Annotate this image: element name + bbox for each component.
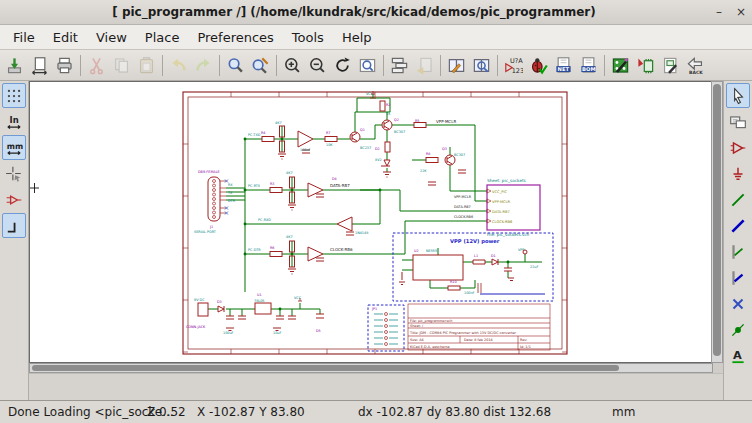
scrollbar-corner bbox=[713, 363, 723, 373]
window-title: [ pic_programmer /] (/home/lkundrak/src/… bbox=[0, 5, 708, 19]
units-mm-button[interactable]: mm bbox=[2, 135, 26, 160]
print-button[interactable] bbox=[52, 52, 77, 78]
svg-text:DB9-FEMALE: DB9-FEMALE bbox=[198, 170, 220, 174]
sheet-name-label: Sheet: pic_sockets bbox=[487, 178, 526, 183]
place-no-connect-button[interactable] bbox=[726, 291, 750, 316]
menu-preferences[interactable]: Preferences bbox=[188, 28, 282, 47]
close-button[interactable]: × bbox=[730, 3, 752, 21]
save-button[interactable] bbox=[2, 52, 27, 78]
menu-view[interactable]: View bbox=[87, 28, 136, 47]
bus-to-bus-entry-button[interactable] bbox=[726, 265, 750, 290]
erc-check-button[interactable] bbox=[526, 52, 551, 78]
svg-text:CONN-JACK: CONN-JACK bbox=[186, 325, 206, 329]
zoom-fit-button[interactable] bbox=[355, 52, 380, 78]
toolbar-separator bbox=[80, 55, 81, 76]
vpp-box-title: VPP (12V) power bbox=[450, 238, 500, 245]
cut-button[interactable] bbox=[84, 52, 109, 78]
run-cvpcb-button[interactable] bbox=[633, 52, 658, 78]
annotate-button[interactable]: U?A123 bbox=[501, 52, 526, 78]
place-net-label-button[interactable]: A bbox=[726, 343, 750, 368]
svg-text:4K7: 4K7 bbox=[275, 121, 282, 125]
library-browser-button[interactable] bbox=[469, 52, 494, 78]
place-component-button[interactable] bbox=[726, 135, 750, 160]
generate-netlist-button[interactable]: NET bbox=[551, 52, 576, 78]
svg-text:4K7: 4K7 bbox=[286, 235, 293, 239]
minimize-button[interactable]: – bbox=[708, 3, 730, 21]
hv-orientation-button[interactable] bbox=[2, 213, 26, 238]
svg-text:U2: U2 bbox=[414, 249, 419, 253]
hierarchy-navigator-button[interactable] bbox=[726, 109, 750, 134]
leave-sheet-button[interactable] bbox=[412, 52, 437, 78]
find-replace-button[interactable] bbox=[248, 52, 273, 78]
generate-bom-button[interactable]: BOM bbox=[576, 52, 601, 78]
status-bar: Done Loading <pic_socke... Z 0.52 X -102… bbox=[0, 400, 752, 423]
titleblock-date: Date: 8 feb 2014 bbox=[464, 338, 493, 342]
svg-text:R8: R8 bbox=[426, 152, 431, 156]
menu-file[interactable]: File bbox=[4, 28, 44, 47]
menu-place[interactable]: Place bbox=[136, 28, 189, 47]
horizontal-scrollbar-thumb[interactable] bbox=[32, 365, 619, 371]
svg-text:9V DC: 9V DC bbox=[194, 298, 205, 302]
paste-button[interactable] bbox=[134, 52, 159, 78]
copy-button[interactable] bbox=[109, 52, 134, 78]
svg-text:JP1: JP1 bbox=[371, 307, 377, 311]
vertical-scrollbar[interactable] bbox=[711, 81, 723, 363]
toolbar-separator bbox=[162, 55, 163, 76]
library-editor-button[interactable] bbox=[444, 52, 469, 78]
find-button[interactable] bbox=[223, 52, 248, 78]
svg-text:22uF: 22uF bbox=[530, 265, 538, 269]
place-junction-button[interactable] bbox=[726, 317, 750, 342]
menu-help[interactable]: Help bbox=[333, 28, 381, 47]
svg-text:D1: D1 bbox=[491, 254, 496, 258]
svg-text:100nF: 100nF bbox=[464, 291, 475, 295]
svg-text:1N4148: 1N4148 bbox=[355, 231, 368, 235]
cursor-tool-button[interactable] bbox=[726, 83, 750, 108]
menu-edit[interactable]: Edit bbox=[44, 28, 87, 47]
schematic-canvas[interactable]: Sheet: pic_sockets File: pic_sockets.sch… bbox=[29, 81, 711, 363]
menu-tools[interactable]: Tools bbox=[283, 28, 333, 47]
undo-button[interactable] bbox=[166, 52, 191, 78]
svg-text:78L05: 78L05 bbox=[254, 299, 265, 303]
status-units: mm bbox=[612, 405, 635, 419]
place-power-port-button[interactable] bbox=[726, 161, 750, 186]
svg-text:8V2: 8V2 bbox=[375, 158, 382, 162]
svg-text:10uF: 10uF bbox=[273, 331, 281, 335]
vertical-scrollbar-thumb[interactable] bbox=[713, 84, 721, 356]
wire-to-bus-entry-button[interactable] bbox=[726, 239, 750, 264]
toggle-grid-button[interactable] bbox=[2, 83, 26, 108]
footprint-editor-button[interactable] bbox=[658, 52, 683, 78]
navigate-hierarchy-button[interactable] bbox=[387, 52, 412, 78]
svg-text:Q1: Q1 bbox=[360, 128, 365, 132]
svg-text:U?A: U?A bbox=[510, 57, 523, 65]
page-settings-button[interactable] bbox=[27, 52, 52, 78]
svg-text:mm: mm bbox=[7, 141, 23, 150]
svg-text:BC307: BC307 bbox=[454, 153, 465, 157]
zoom-in-button[interactable] bbox=[280, 52, 305, 78]
horizontal-scrollbar[interactable] bbox=[29, 363, 713, 373]
svg-text:DATA-RB7: DATA-RB7 bbox=[454, 205, 471, 209]
svg-text:BC237: BC237 bbox=[360, 146, 371, 150]
main-area: In mm bbox=[0, 81, 752, 400]
place-bus-button[interactable] bbox=[726, 213, 750, 238]
toolbar-separator bbox=[497, 55, 498, 76]
svg-text:100uF: 100uF bbox=[223, 331, 234, 335]
titleblock-tool: KiCad E.D.A. eeschema bbox=[410, 345, 450, 349]
sheet-pin-label: CLOCK-RB6 bbox=[492, 220, 513, 224]
redraw-view-button[interactable] bbox=[330, 52, 355, 78]
svg-text:VCC: VCC bbox=[366, 92, 374, 96]
status-zoom: Z 0.52 bbox=[147, 405, 186, 419]
svg-text:VPP-MCLR: VPP-MCLR bbox=[436, 119, 456, 124]
sheet-pin-label: VCC_PIC bbox=[492, 190, 508, 194]
place-wire-button[interactable] bbox=[726, 187, 750, 212]
zoom-out-button[interactable] bbox=[305, 52, 330, 78]
svg-text:DTR: DTR bbox=[228, 199, 236, 203]
svg-text:10K: 10K bbox=[326, 143, 333, 147]
units-inches-button[interactable]: In bbox=[2, 109, 26, 134]
back-annotate-button[interactable]: BACK bbox=[683, 52, 708, 78]
schematic-drawing: Sheet: pic_sockets File: pic_sockets.sch… bbox=[30, 82, 711, 363]
menu-bar: File Edit View Place Preferences Tools H… bbox=[0, 25, 752, 50]
show-hidden-pins-button[interactable] bbox=[2, 187, 26, 212]
run-pcbnew-button[interactable] bbox=[608, 52, 633, 78]
cursor-shape-button[interactable] bbox=[2, 161, 26, 186]
redo-button[interactable] bbox=[191, 52, 216, 78]
